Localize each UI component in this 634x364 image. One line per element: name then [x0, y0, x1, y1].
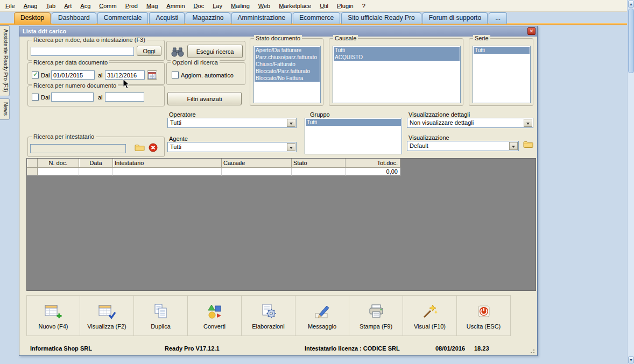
header-stato[interactable]: Stato: [292, 159, 346, 168]
header-tot-doc[interactable]: Tot.doc.: [346, 159, 400, 168]
scrollbar-thumb[interactable]: [628, 9, 634, 73]
status-license: Intestatario licenza : CODICE SRL: [305, 345, 400, 352]
header-n-doc[interactable]: N. doc.: [38, 159, 79, 168]
date-to-input[interactable]: [105, 70, 145, 80]
dal-data-checkbox[interactable]: [32, 72, 39, 78]
tab[interactable]: Dashboard: [52, 12, 96, 24]
serie-listbox[interactable]: Tutti: [473, 46, 531, 103]
tab[interactable]: Sito ufficiale Ready Pro: [341, 12, 421, 24]
delete-icon: [149, 143, 158, 152]
resize-grip[interactable]: [529, 348, 534, 353]
menu-item[interactable]: Web: [254, 1, 274, 11]
menu-item[interactable]: Acg: [76, 1, 95, 11]
header-intestatario[interactable]: Intestatario: [113, 159, 222, 168]
operatore-combo[interactable]: Tutti: [167, 118, 297, 128]
duplicate-icon: [152, 302, 170, 320]
filtri-avanzati-button[interactable]: Filtri avanzati: [167, 92, 242, 105]
listbox-item[interactable]: Tutti: [474, 47, 530, 54]
visualizzazione-folder-button[interactable]: [523, 140, 533, 149]
tab[interactable]: Magazzino: [186, 12, 230, 24]
numero-to-input[interactable]: [105, 92, 144, 102]
sidebar-tab-assistente[interactable]: Assistente Ready Pro (F3): [0, 25, 10, 96]
listbox-item[interactable]: ACQUISTO: [334, 54, 460, 61]
table-row[interactable]: 0,00: [27, 168, 400, 176]
group-serie: Serie Tutti: [469, 38, 533, 106]
scroll-up-icon[interactable]: ▲: [628, 1, 634, 8]
group-label: Stato documento: [254, 35, 302, 41]
listbox-item[interactable]: Tutti: [334, 47, 460, 54]
stato-documento-listbox[interactable]: Aperto/Da fatturareParz.chiuso/parz.fatt…: [253, 46, 321, 103]
nuovo-button[interactable]: Nuovo (F4): [26, 295, 80, 336]
agente-value: Tutti: [170, 144, 181, 150]
tab[interactable]: Desktop: [14, 12, 51, 24]
clear-intestatario-button[interactable]: [149, 143, 158, 153]
stampa-button[interactable]: Stampa (F9): [349, 295, 403, 336]
intestatario-input[interactable]: [30, 144, 126, 153]
close-icon[interactable]: ✕: [527, 27, 536, 35]
messaggio-button[interactable]: Messaggio: [295, 295, 349, 336]
magic-wand-icon: [421, 302, 439, 320]
menu-item[interactable]: Plugin: [333, 1, 358, 11]
menu-item[interactable]: Mag: [142, 1, 162, 11]
calendar-button[interactable]: [147, 70, 157, 80]
menu-item[interactable]: Util: [315, 1, 333, 11]
menu-item[interactable]: Anag: [19, 1, 42, 11]
menu-item[interactable]: Mailing: [227, 1, 254, 11]
listbox-item[interactable]: Aperto/Da fatturare: [255, 47, 320, 54]
uscita-button[interactable]: Uscita (ESC): [457, 295, 511, 336]
tab[interactable]: Acquisti: [149, 12, 185, 24]
oggi-button[interactable]: Oggi: [137, 46, 161, 56]
sidebar-tab-news[interactable]: News: [0, 98, 10, 120]
vertical-scrollbar[interactable]: ▲ ▼: [627, 0, 634, 364]
gruppo-label: Gruppo: [310, 111, 330, 118]
menu-item[interactable]: Ammin: [162, 1, 189, 11]
listbox-item[interactable]: Chiuso/Fatturato: [255, 61, 320, 68]
menu-item[interactable]: Tab: [41, 1, 60, 11]
menu-item[interactable]: Lay: [208, 1, 227, 11]
tab[interactable]: ...: [489, 12, 507, 24]
esegui-ricerca-button[interactable]: Esegui ricerca: [187, 45, 243, 58]
window-title: Lista ddt carico: [23, 28, 66, 34]
tab[interactable]: Forum di supporto: [422, 12, 488, 24]
visualizza-button[interactable]: Visualizza (F2): [80, 295, 134, 336]
listbox-item[interactable]: Bloccato/Parz.fatturato: [255, 68, 320, 75]
menu-item[interactable]: File: [1, 1, 19, 11]
menu-item[interactable]: Comm: [95, 1, 121, 11]
ndoc-search-input[interactable]: [31, 47, 134, 56]
listbox-item[interactable]: Parz.chiuso/parz.fatturato: [255, 54, 320, 61]
tab[interactable]: Ecommerce: [293, 12, 340, 24]
aggiorn-automatico-checkbox[interactable]: [172, 72, 179, 78]
folder-lookup-button[interactable]: [135, 144, 145, 153]
menu-item[interactable]: ?: [358, 1, 370, 11]
chevron-down-icon[interactable]: [524, 119, 532, 127]
menu-item[interactable]: Marketplace: [274, 1, 315, 11]
dal-numero-checkbox[interactable]: [32, 94, 39, 101]
chevron-down-icon[interactable]: [287, 143, 295, 151]
chevron-down-icon[interactable]: [509, 142, 518, 150]
listbox-item[interactable]: Bloccato/No Fattura: [255, 75, 320, 82]
date-from-input[interactable]: [51, 70, 95, 80]
visual-button[interactable]: Visual (F10): [403, 295, 457, 336]
visualizzazione-dettagli-combo[interactable]: Non visualizzare dettagli: [407, 118, 533, 128]
duplica-button[interactable]: Duplica: [134, 295, 188, 336]
scroll-down-icon[interactable]: ▼: [628, 356, 634, 363]
menu-item[interactable]: Doc: [189, 1, 209, 11]
chevron-down-icon[interactable]: [287, 119, 295, 127]
cell-stato: [292, 168, 346, 176]
converti-button[interactable]: Converti: [188, 295, 242, 336]
listbox-item[interactable]: Tutti: [306, 119, 401, 126]
numero-from-input[interactable]: [51, 92, 94, 102]
header-data[interactable]: Data: [79, 159, 113, 168]
gruppo-listbox[interactable]: Tutti: [305, 118, 402, 154]
dal-label: Dal: [41, 72, 50, 78]
menu-item[interactable]: Prod: [121, 1, 142, 11]
status-bar: Informatica Shop SRL Ready Pro V17.12.1 …: [26, 342, 536, 355]
tab[interactable]: Amministrazione: [231, 12, 292, 24]
tab[interactable]: Commerciale: [97, 12, 149, 24]
causale-listbox[interactable]: TuttiACQUISTO: [333, 46, 461, 103]
agente-combo[interactable]: Tutti: [167, 142, 297, 152]
visualizzazione-combo[interactable]: Default: [407, 141, 519, 151]
menu-item[interactable]: Art: [60, 1, 76, 11]
header-causale[interactable]: Causale: [222, 159, 292, 168]
elaborazioni-button[interactable]: Elaborazioni: [242, 295, 295, 336]
